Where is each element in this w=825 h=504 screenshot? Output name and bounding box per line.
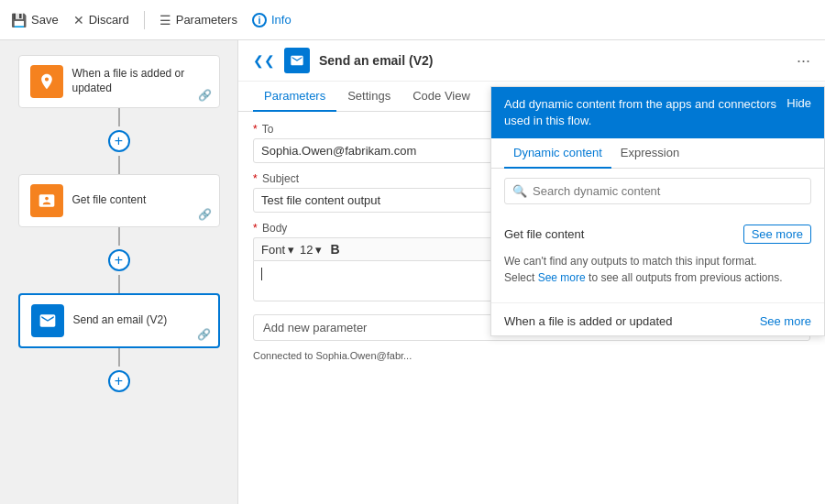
size-select[interactable]: 12 ▾ bbox=[300, 243, 322, 257]
dynamic-section-get-file: Get file content See more We can't find … bbox=[491, 214, 824, 299]
connector-4 bbox=[118, 275, 120, 293]
add-step-1[interactable]: + bbox=[108, 130, 130, 152]
discard-button[interactable]: ✕ Discard bbox=[73, 13, 129, 27]
get-file-section-header: Get file content See more bbox=[504, 219, 811, 249]
to-required-mark: * bbox=[253, 123, 258, 136]
dynamic-header-text: Add dynamic content from the apps and co… bbox=[504, 96, 786, 129]
save-button[interactable]: 💾 Save bbox=[11, 13, 59, 27]
dynamic-content-panel: Add dynamic content from the apps and co… bbox=[490, 86, 825, 336]
font-dropdown-icon: ▾ bbox=[288, 243, 294, 257]
connector-1 bbox=[118, 108, 120, 126]
discard-icon: ✕ bbox=[73, 13, 84, 27]
add-step-2[interactable]: + bbox=[108, 249, 130, 271]
dynamic-tabs: Dynamic content Expression bbox=[491, 138, 824, 169]
get-file-icon-svg bbox=[38, 192, 56, 210]
connector-2 bbox=[118, 156, 120, 174]
action-email-icon bbox=[290, 53, 304, 68]
toolbar: 💾 Save ✕ Discard ☰ Parameters i Info bbox=[0, 0, 825, 40]
dynamic-panel-header: Add dynamic content from the apps and co… bbox=[491, 87, 824, 138]
file-added-see-more-button[interactable]: See more bbox=[760, 314, 811, 328]
save-label: Save bbox=[31, 13, 59, 27]
font-select[interactable]: Font ▾ bbox=[261, 243, 294, 257]
parameters-button[interactable]: ☰ Parameters bbox=[160, 13, 237, 27]
parameters-icon: ☰ bbox=[160, 13, 171, 27]
get-file-see-more-button[interactable]: See more bbox=[743, 225, 811, 244]
trigger-step-icon bbox=[30, 65, 63, 98]
size-dropdown-icon: ▾ bbox=[315, 243, 322, 257]
info-icon: i bbox=[252, 13, 267, 27]
send-email-step-icon bbox=[31, 304, 64, 337]
collapse-button[interactable]: ❮❮ bbox=[253, 53, 275, 68]
file-added-section-title: When a file is added or updated bbox=[504, 314, 673, 328]
dynamic-tab-expression[interactable]: Expression bbox=[611, 138, 688, 169]
dynamic-no-outputs-message: We can't find any outputs to match this … bbox=[504, 249, 811, 293]
add-step-3[interactable]: + bbox=[108, 370, 130, 392]
send-email-icon-svg bbox=[38, 312, 57, 330]
get-file-step-link[interactable]: 🔗 bbox=[198, 208, 212, 221]
dynamic-section-file-added: When a file is added or updated See more bbox=[491, 307, 824, 335]
flow-canvas: When a file is added or updated 🔗 + Get … bbox=[0, 40, 238, 504]
send-email-step-text: Send an email (V2) bbox=[73, 313, 168, 328]
tab-parameters[interactable]: Parameters bbox=[253, 82, 336, 112]
right-panel: ❮❮ Send an email (V2) ··· Parameters Set… bbox=[238, 40, 825, 504]
dynamic-hide-button[interactable]: Hide bbox=[786, 96, 811, 110]
get-file-step-text: Get file content bbox=[72, 193, 147, 208]
trigger-step-text: When a file is added or updated bbox=[72, 67, 208, 95]
info-label: Info bbox=[271, 13, 292, 27]
connector-5 bbox=[118, 348, 120, 367]
panel-title: Send an email (V2) bbox=[319, 53, 433, 68]
connected-text: Connected to Sophia.Owen@fabr... bbox=[253, 350, 810, 361]
get-file-step-icon bbox=[30, 184, 63, 217]
panel-header: ❮❮ Send an email (V2) ··· bbox=[238, 40, 825, 82]
dynamic-search-input[interactable] bbox=[533, 184, 803, 198]
dynamic-search-box[interactable]: 🔍 bbox=[504, 178, 811, 204]
dynamic-section-divider bbox=[491, 302, 824, 303]
trigger-step-link[interactable]: 🔗 bbox=[198, 89, 212, 102]
trigger-icon-svg bbox=[38, 72, 56, 91]
flow-step-get-file[interactable]: Get file content 🔗 bbox=[18, 174, 220, 227]
body-required-mark: * bbox=[253, 222, 258, 235]
dynamic-search-icon: 🔍 bbox=[512, 184, 527, 198]
body-cursor bbox=[261, 268, 262, 280]
subject-required-mark: * bbox=[253, 172, 258, 185]
save-icon: 💾 bbox=[11, 13, 27, 27]
panel-more-button[interactable]: ··· bbox=[797, 51, 810, 71]
toolbar-divider bbox=[144, 11, 145, 29]
flow-step-send-email[interactable]: Send an email (V2) 🔗 bbox=[18, 293, 220, 348]
tab-code-view[interactable]: Code View bbox=[402, 82, 481, 112]
main-layout: When a file is added or updated 🔗 + Get … bbox=[0, 40, 825, 504]
info-button[interactable]: i Info bbox=[252, 13, 292, 27]
dynamic-tab-content[interactable]: Dynamic content bbox=[504, 138, 611, 169]
parameters-label: Parameters bbox=[176, 13, 237, 27]
send-email-step-link[interactable]: 🔗 bbox=[197, 328, 211, 341]
get-file-section-title: Get file content bbox=[504, 227, 584, 241]
bold-button[interactable]: B bbox=[327, 242, 342, 257]
action-icon bbox=[284, 48, 310, 73]
flow-step-trigger[interactable]: When a file is added or updated 🔗 bbox=[18, 55, 220, 108]
tab-settings[interactable]: Settings bbox=[336, 82, 402, 112]
connector-3 bbox=[118, 227, 120, 246]
discard-label: Discard bbox=[89, 13, 129, 27]
see-more-link[interactable]: See more bbox=[538, 271, 586, 284]
